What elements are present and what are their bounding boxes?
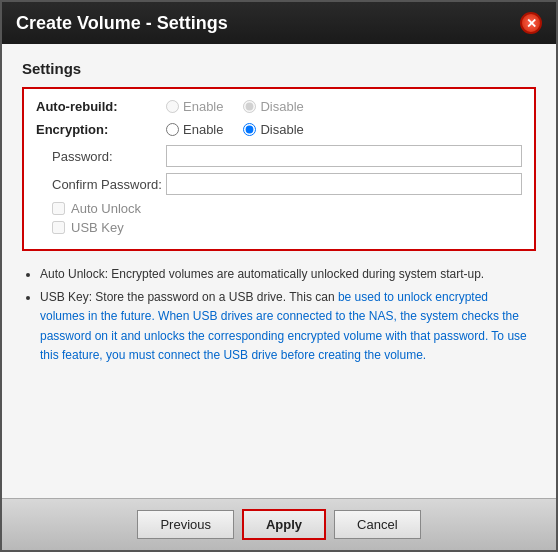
encryption-disable-radio[interactable] — [243, 123, 256, 136]
usb-key-label: USB Key — [71, 220, 124, 235]
encryption-enable-label: Enable — [183, 122, 223, 137]
encryption-disable-label: Disable — [260, 122, 303, 137]
previous-button[interactable]: Previous — [137, 510, 234, 539]
encryption-label: Encryption: — [36, 122, 166, 137]
apply-button[interactable]: Apply — [242, 509, 326, 540]
auto-unlock-checkbox[interactable] — [52, 202, 65, 215]
encryption-radio-group: Enable Disable — [166, 122, 304, 137]
auto-rebuild-radio-group: Enable Disable — [166, 99, 304, 114]
password-label: Password: — [36, 149, 166, 164]
encryption-row: Encryption: Enable Disable — [36, 122, 522, 137]
title-bar: Create Volume - Settings ✕ — [2, 2, 556, 44]
encryption-enable-option[interactable]: Enable — [166, 122, 223, 137]
usb-key-checkbox[interactable] — [52, 221, 65, 234]
encryption-enable-radio[interactable] — [166, 123, 179, 136]
auto-rebuild-disable-option[interactable]: Disable — [243, 99, 303, 114]
info-bullet-1: Auto Unlock: Encrypted volumes are autom… — [40, 265, 536, 284]
section-title: Settings — [22, 60, 536, 77]
content-area: Settings Auto-rebuild: Enable Disable — [2, 44, 556, 498]
info-bullet-2: USB Key: Store the password on a USB dri… — [40, 288, 536, 365]
dialog: Create Volume - Settings ✕ Settings Auto… — [0, 0, 558, 552]
settings-box: Auto-rebuild: Enable Disable Encryption: — [22, 87, 536, 251]
usb-key-row: USB Key — [36, 220, 522, 235]
auto-rebuild-disable-label: Disable — [260, 99, 303, 114]
auto-rebuild-enable-radio[interactable] — [166, 100, 179, 113]
footer: Previous Apply Cancel — [2, 498, 556, 550]
confirm-password-label: Confirm Password: — [36, 177, 166, 192]
auto-unlock-row: Auto Unlock — [36, 201, 522, 216]
password-input[interactable] — [166, 145, 522, 167]
password-row: Password: — [36, 145, 522, 167]
auto-rebuild-disable-radio[interactable] — [243, 100, 256, 113]
dialog-title: Create Volume - Settings — [16, 13, 228, 34]
confirm-password-row: Confirm Password: — [36, 173, 522, 195]
close-button[interactable]: ✕ — [520, 12, 542, 34]
auto-unlock-label: Auto Unlock — [71, 201, 141, 216]
confirm-password-input[interactable] — [166, 173, 522, 195]
encryption-disable-option[interactable]: Disable — [243, 122, 303, 137]
cancel-button[interactable]: Cancel — [334, 510, 420, 539]
auto-rebuild-enable-option[interactable]: Enable — [166, 99, 223, 114]
auto-rebuild-label: Auto-rebuild: — [36, 99, 166, 114]
info-text: Auto Unlock: Encrypted volumes are autom… — [22, 265, 536, 365]
auto-rebuild-enable-label: Enable — [183, 99, 223, 114]
auto-rebuild-row: Auto-rebuild: Enable Disable — [36, 99, 522, 114]
